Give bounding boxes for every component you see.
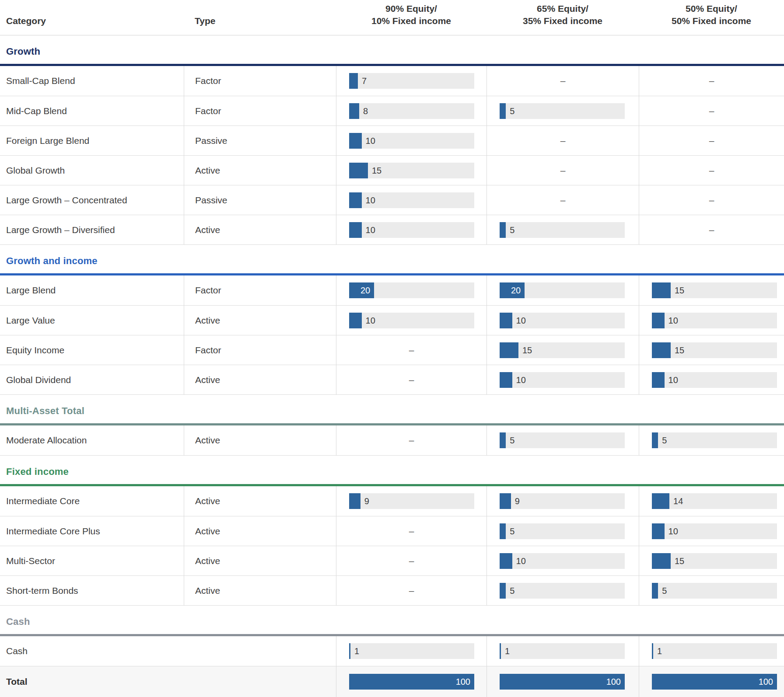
- section-header-cash: Cash: [0, 605, 784, 634]
- total-row: Total100100100: [0, 666, 784, 697]
- value-cell: 9: [336, 486, 486, 516]
- allocation-bar-track: 10: [652, 313, 777, 328]
- type-cell: Active: [184, 156, 336, 185]
- allocation-value-label: 1: [505, 646, 510, 656]
- allocation-bar-track: 5: [652, 432, 777, 448]
- value-cell: 1: [639, 636, 784, 666]
- table-row: Large Growth – ConcentratedPassive10––: [0, 185, 784, 215]
- category-cell: Large Growth – Diversified: [0, 215, 184, 244]
- section-title: Growth: [6, 45, 784, 58]
- allocation-bar-track: 100: [500, 674, 625, 690]
- category-cell: Large Growth – Concentrated: [0, 185, 184, 215]
- value-cell: –: [639, 66, 784, 96]
- category-cell: Mid-Cap Blend: [0, 96, 184, 125]
- value-cell: 10: [486, 365, 639, 394]
- empty-value-dash: –: [639, 225, 784, 235]
- allocation-bar: [652, 523, 665, 539]
- category-cell: Multi-Sector: [0, 546, 184, 575]
- allocation-bar-track: 5: [500, 432, 625, 448]
- table-row: Equity IncomeFactor–1515: [0, 335, 784, 365]
- section-header-growth-and-income: Growth and income: [0, 244, 784, 273]
- allocation-bar-track: 10: [349, 222, 474, 238]
- allocation-bar: [349, 493, 360, 509]
- allocation-bar: [652, 553, 671, 569]
- empty-value-dash: –: [336, 435, 486, 446]
- section-title: Growth and income: [6, 255, 784, 267]
- empty-value-dash: –: [639, 165, 784, 176]
- type-column-header-label: Type: [195, 15, 336, 27]
- value-cell: 20: [486, 275, 639, 305]
- allocation-bar: [652, 493, 669, 509]
- allocation-value-label: 15: [372, 165, 382, 175]
- allocation-bar: [349, 643, 350, 659]
- type-cell: Factor: [184, 66, 336, 96]
- value-cell: 10: [336, 185, 486, 215]
- header-spacer: [6, 3, 184, 15]
- category-cell: Global Growth: [0, 156, 184, 185]
- value-cell: –: [336, 425, 486, 455]
- allocation-bar: [500, 432, 506, 448]
- allocation-bar-track: 5: [500, 583, 625, 599]
- category-cell: Global Dividend: [0, 365, 184, 394]
- value-cell: 5: [639, 425, 784, 455]
- category-cell: Equity Income: [0, 335, 184, 365]
- allocation-bar-track: 8: [349, 103, 474, 119]
- allocation-value-label: 5: [510, 106, 514, 116]
- section-header-growth: Growth: [0, 35, 784, 64]
- allocation-value-label: 7: [362, 76, 367, 86]
- value-cell: 15: [336, 156, 486, 185]
- section-header-multi-asset-total: Multi-Asset Total: [0, 394, 784, 423]
- empty-value-dash: –: [336, 585, 486, 596]
- type-cell: Active: [184, 546, 336, 575]
- allocation-value-label: 15: [522, 345, 532, 355]
- allocation-bar-track: 10: [349, 192, 474, 208]
- empty-value-dash: –: [336, 526, 486, 537]
- value-cell: –: [639, 126, 784, 155]
- portfolio-column-header-line2: 50% Fixed income: [639, 15, 784, 27]
- allocation-bar-track: 5: [500, 222, 625, 238]
- portfolio-column-header-line1: 90% Equity/: [336, 3, 486, 15]
- value-cell: 1: [486, 636, 639, 666]
- allocation-bar: [500, 553, 512, 569]
- allocation-value-label: 10: [366, 225, 375, 235]
- value-cell: 10: [336, 215, 486, 244]
- allocation-value-label: 10: [668, 526, 678, 536]
- allocation-value-label: 14: [673, 496, 683, 506]
- category-cell: Small-Cap Blend: [0, 66, 184, 96]
- type-cell: Factor: [184, 96, 336, 125]
- value-cell: 5: [486, 425, 639, 455]
- type-column-header: Type: [184, 3, 336, 35]
- allocation-bar-track: 100: [349, 674, 474, 690]
- allocation-bar: [500, 222, 506, 238]
- type-cell: Factor: [184, 275, 336, 305]
- value-cell: 7: [336, 66, 486, 96]
- allocation-value-label: 1: [354, 646, 359, 656]
- category-cell: Large Value: [0, 306, 184, 335]
- value-cell: 14: [639, 486, 784, 516]
- allocation-bar: [652, 342, 671, 358]
- allocation-bar: [349, 103, 359, 119]
- allocation-value-label: 8: [363, 106, 368, 116]
- type-cell: Active: [184, 215, 336, 244]
- value-cell: 10: [639, 306, 784, 335]
- value-cell: 5: [486, 215, 639, 244]
- allocation-value-label: 5: [662, 436, 667, 446]
- allocation-bar: [652, 583, 658, 599]
- value-cell: –: [336, 516, 486, 546]
- table-row: Large ValueActive101010: [0, 305, 784, 335]
- allocation-value-label: 100: [456, 677, 470, 687]
- allocation-bar: [500, 523, 506, 539]
- portfolio-column-header-65-35: 65% Equity/ 35% Fixed income: [486, 3, 639, 35]
- allocation-bar-track: 1: [652, 643, 777, 659]
- allocation-bar-track: 10: [500, 553, 625, 569]
- allocation-value-label: 10: [366, 315, 375, 325]
- table-row: Short-term BondsActive–55: [0, 575, 784, 605]
- allocation-value-label: 15: [675, 345, 684, 355]
- table-row: Large BlendFactor202015: [0, 275, 784, 305]
- allocation-value-label: 100: [759, 677, 773, 687]
- type-cell: Active: [184, 365, 336, 394]
- allocation-value-label: 5: [510, 526, 514, 536]
- table-row: Large Growth – DiversifiedActive105–: [0, 215, 784, 244]
- allocation-value-label: 1: [657, 646, 662, 656]
- value-cell: 100: [639, 666, 784, 697]
